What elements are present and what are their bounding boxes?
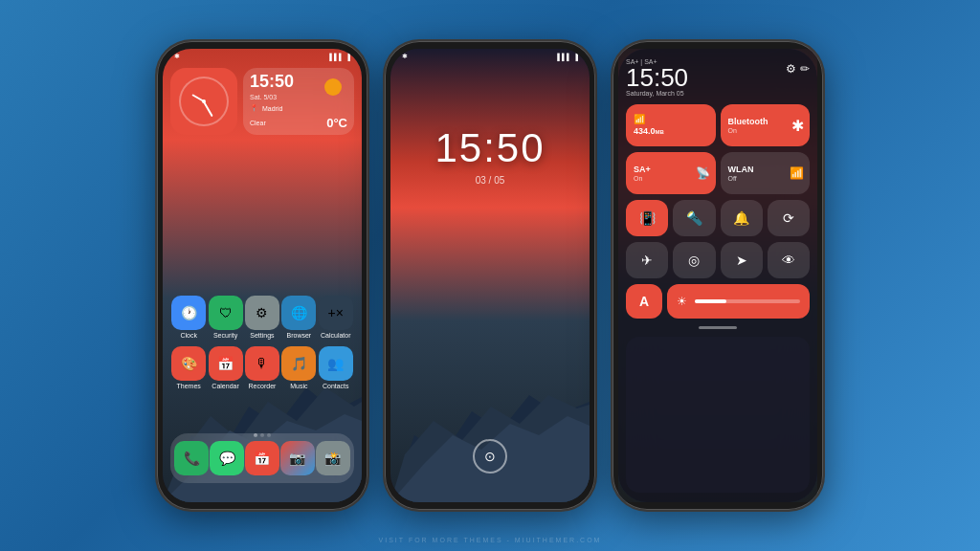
- cc-data-tile[interactable]: 📶 434.0MB: [626, 104, 716, 146]
- flashlight-icon: 🔦: [686, 210, 702, 226]
- cc-bluetooth-label: Bluetooth: [728, 117, 768, 126]
- bell-icon: 🔔: [733, 210, 749, 226]
- app-music-label: Music: [290, 383, 307, 389]
- cc-sa-tile[interactable]: 📡 SA+ On: [626, 152, 716, 194]
- app-security-label: Security: [213, 332, 237, 339]
- cc-icons-row-1: 📳 🔦 🔔 ⟳: [626, 200, 810, 236]
- lockscreen-camera-button[interactable]: ⊙: [473, 439, 507, 474]
- dock-calendar[interactable]: 📅: [245, 441, 279, 475]
- eye-icon: 👁: [782, 253, 795, 268]
- app-grid: 🕐 Clock 🛡 Security ⚙ Settings 🌐 Browser …: [170, 296, 354, 397]
- cc-a-btn[interactable]: A: [626, 284, 662, 319]
- bluetooth-status-icon: ✱: [174, 53, 180, 60]
- app-settings-label: Settings: [250, 332, 274, 339]
- cc-flashlight-btn[interactable]: 🔦: [673, 200, 715, 236]
- app-settings[interactable]: ⚙ Settings: [245, 296, 279, 339]
- dock-phone-icon: 📞: [174, 441, 209, 475]
- app-contacts[interactable]: 👥 Contacts: [319, 346, 353, 389]
- cc-rotate-btn[interactable]: ⟳: [768, 200, 810, 236]
- app-clock-label: Clock: [180, 332, 197, 339]
- cc-wlan-tile[interactable]: 📶 WLAN Off: [721, 152, 811, 194]
- wlan-tile-icon: 📶: [790, 166, 804, 180]
- dock-camera[interactable]: 📸: [316, 441, 350, 475]
- app-calendar-label: Calendar: [212, 383, 238, 389]
- airplane-icon: ✈: [641, 253, 653, 268]
- screen-rotate-icon: ⟳: [783, 210, 794, 226]
- weather-location: Madrid: [262, 105, 282, 112]
- cc-sa-status: On: [634, 175, 642, 182]
- app-themes-label: Themes: [177, 383, 201, 389]
- app-security[interactable]: 🛡 Security: [209, 296, 243, 339]
- cc-bell-btn[interactable]: 🔔: [721, 200, 763, 236]
- dock-messages[interactable]: 💬: [210, 441, 244, 475]
- cc-settings-icon[interactable]: ⚙: [786, 62, 796, 76]
- app-row-2: 🎨 Themes 📅 Calendar 🎙 Recorder 🎵 Music 👥: [170, 346, 354, 389]
- cc-brightness-slider[interactable]: ☀: [667, 284, 810, 319]
- app-recorder-icon: 🎙: [245, 346, 279, 381]
- watermark-text: VISIT FOR MORE THEMES - MIUITHEMER.COM: [0, 537, 980, 543]
- app-clock[interactable]: 🕐 Clock: [171, 296, 206, 339]
- cc-time: 15:50: [626, 65, 688, 90]
- sun-brightness-icon: ☀: [677, 295, 687, 308]
- phone-2-screen: ✱ ▌▌▌ ▐ 15:50 03 / 05 ⊙: [390, 49, 590, 502]
- cc-bluetooth-tile[interactable]: ✱ Bluetooth On: [721, 104, 811, 146]
- status-bar-2: ✱ ▌▌▌ ▐: [390, 49, 590, 62]
- widget-area: 15:50 Sat. 5/03 📍 Madrid Clear 0°C: [170, 68, 354, 135]
- app-security-icon: 🛡: [209, 296, 243, 330]
- app-settings-icon: ⚙: [245, 296, 279, 330]
- signal-icon-2: ▌▌▌: [557, 54, 571, 60]
- dock-phone[interactable]: 📞: [174, 441, 209, 475]
- a-text-icon: A: [639, 294, 649, 309]
- bluetooth-icon-2: ✱: [402, 53, 408, 60]
- clock-face: [179, 77, 229, 126]
- app-row-1: 🕐 Clock 🛡 Security ⚙ Settings 🌐 Browser …: [170, 296, 354, 339]
- clock-widget: [170, 68, 237, 135]
- weather-bottom: 📍 Madrid: [250, 104, 347, 112]
- cc-sa-label: SA+: [634, 165, 651, 174]
- cc-wlan-status: Off: [728, 175, 737, 182]
- app-calculator-label: Calculator: [321, 332, 351, 339]
- app-browser[interactable]: 🌐 Browser: [281, 296, 316, 339]
- phone-3-screen: SA+ | SA+ 15:50 Saturday, March 05 ⚙ ✏ 📶…: [618, 49, 817, 502]
- app-calendar[interactable]: 📅 Calendar: [209, 346, 243, 389]
- cc-location-btn[interactable]: ➤: [721, 242, 763, 278]
- cc-brightness-btn[interactable]: ◎: [673, 242, 715, 278]
- cc-date: Saturday, March 05: [626, 90, 688, 97]
- cc-row-2: 📡 SA+ On 📶 WLAN Off: [626, 152, 810, 194]
- cc-data-value: 434.0MB: [634, 126, 664, 136]
- app-music[interactable]: 🎵 Music: [281, 346, 316, 389]
- vibrate-icon: 📳: [639, 210, 656, 226]
- dock-photos-icon: 📷: [280, 441, 315, 475]
- cc-edit-icon[interactable]: ✏: [800, 62, 810, 76]
- battery-icon-2: ▐: [573, 54, 578, 60]
- cc-airplane-btn[interactable]: ✈: [626, 242, 668, 278]
- lockscreen-date: 03 / 05: [390, 175, 590, 186]
- app-recorder[interactable]: 🎙 Recorder: [245, 346, 279, 389]
- app-contacts-label: Contacts: [323, 383, 349, 389]
- cc-bluetooth-status: On: [728, 127, 737, 134]
- location-pin-icon: 📍: [250, 104, 258, 112]
- wifi-data-icon: 📶: [634, 114, 645, 124]
- app-calculator[interactable]: +× Calculator: [319, 296, 353, 339]
- app-browser-label: Browser: [287, 332, 312, 339]
- battery-icon: ▐: [345, 54, 350, 60]
- cc-eye-btn[interactable]: 👁: [768, 242, 810, 278]
- location-arrow-icon: ➤: [736, 253, 747, 268]
- weather-widget: 15:50 Sat. 5/03 📍 Madrid Clear 0°C: [243, 68, 354, 135]
- brightness-bar: [695, 299, 800, 303]
- dock-calendar-icon: 📅: [245, 441, 279, 475]
- cc-bottom-blur: [626, 337, 810, 493]
- phone-1-home: ✱ ▌▌▌ ▐ 15:50 Sat. 5/03: [157, 41, 368, 510]
- control-panel: SA+ | SA+ 15:50 Saturday, March 05 ⚙ ✏ 📶…: [618, 49, 817, 502]
- signal-tile-icon: 📡: [696, 166, 710, 180]
- app-themes-icon: 🎨: [171, 346, 206, 381]
- app-clock-icon: 🕐: [171, 296, 206, 330]
- app-themes[interactable]: 🎨 Themes: [171, 346, 206, 389]
- weather-date: Sat. 5/03: [250, 94, 347, 100]
- dock-photos[interactable]: 📷: [280, 441, 315, 475]
- brightness-circle-icon: ◎: [688, 253, 700, 268]
- camera-icon: ⊙: [484, 449, 496, 464]
- cc-vibrate-btn[interactable]: 📳: [626, 200, 668, 236]
- lockscreen-time-area: 15:50 03 / 05: [390, 125, 590, 186]
- clock-minute-hand: [203, 101, 212, 117]
